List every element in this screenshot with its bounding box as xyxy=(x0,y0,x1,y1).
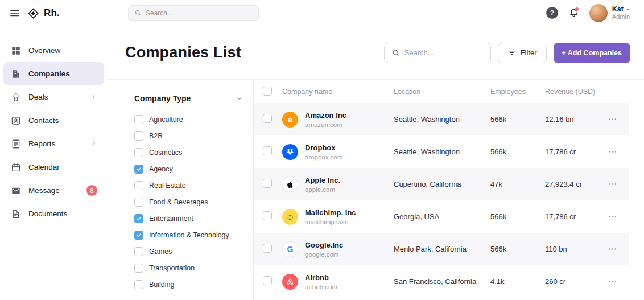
contacts-icon xyxy=(11,116,21,126)
page-title: Companies List xyxy=(125,44,241,61)
column-header-company-name: Company name xyxy=(279,88,390,96)
company-employees: 566k xyxy=(487,115,542,124)
sidebar-item-documents[interactable]: Documents xyxy=(3,202,104,225)
sidebar-item-message[interactable]: Message8 xyxy=(3,179,104,202)
sidebar-item-calendar[interactable]: Calendar xyxy=(3,155,104,179)
user-menu[interactable]: Kat Admin xyxy=(589,4,630,22)
company-location: Seattle, Washington xyxy=(390,147,487,156)
column-header-employees: Employees xyxy=(487,88,542,96)
topbar-search-input[interactable] xyxy=(146,9,253,17)
table-row[interactable]: Apple Inc.apple.comCupertino, California… xyxy=(254,168,629,200)
companies-search[interactable] xyxy=(384,43,491,63)
table-body: aAmazon Incamazon.comSeattle, Washington… xyxy=(254,103,629,298)
table-row[interactable]: Airbnbairbnb.comSan Francisco, Californi… xyxy=(254,265,629,298)
filter-option-label: Agency xyxy=(149,165,173,173)
filter-button[interactable]: Filter xyxy=(498,43,547,63)
filter-option-label: Games xyxy=(149,248,172,256)
filter-option-transportation[interactable]: Transportation xyxy=(134,264,243,273)
table-row[interactable]: Dropboxdropbox.comSeattle, Washington566… xyxy=(254,135,629,168)
main-content: Companies List Filter + Add Companies Co… xyxy=(108,26,644,300)
company-domain: amazon.com xyxy=(305,121,346,128)
filter-option-food-beverages[interactable]: Food & Beverages xyxy=(134,198,243,207)
companies-table: Company nameLocationEmployeesRevenue (US… xyxy=(254,80,629,300)
row-actions-button[interactable] xyxy=(605,277,628,286)
sidebar-item-overview[interactable]: Overview xyxy=(3,39,104,62)
documents-icon xyxy=(11,209,21,219)
companies-icon xyxy=(11,69,21,79)
dropbox-icon xyxy=(282,144,298,160)
row-checkbox[interactable] xyxy=(263,179,272,188)
checkbox[interactable] xyxy=(134,264,143,273)
table-row[interactable]: ☺Mailchimp. Incmailchimp.comGeorgia, USA… xyxy=(254,200,629,233)
row-checkbox[interactable] xyxy=(263,276,272,285)
sidebar-item-label: Deals xyxy=(28,93,82,101)
sidebar-item-label: Message xyxy=(28,186,79,195)
checkbox[interactable] xyxy=(134,181,143,190)
sidebar-item-label: Companies xyxy=(28,69,97,78)
company-name: Amazon Inc xyxy=(305,111,346,120)
checkbox[interactable] xyxy=(134,247,143,256)
checkbox[interactable] xyxy=(134,198,143,207)
filter-icon xyxy=(507,48,516,57)
companies-search-input[interactable] xyxy=(404,48,484,57)
company-revenue: 260 cr xyxy=(542,277,605,286)
table-row[interactable]: aAmazon Incamazon.comSeattle, Washington… xyxy=(254,103,629,135)
filter-option-entertainment[interactable]: Entertainment xyxy=(134,214,243,223)
app-logo: Rh. xyxy=(27,7,60,19)
filter-option-games[interactable]: Games xyxy=(134,247,243,256)
filter-option-agriculture[interactable]: Agriculture xyxy=(134,115,243,124)
row-checkbox[interactable] xyxy=(263,114,272,123)
filter-option-building[interactable]: Building xyxy=(134,280,243,289)
row-checkbox[interactable] xyxy=(263,146,272,155)
bell-icon[interactable] xyxy=(568,7,579,18)
search-icon xyxy=(391,48,400,57)
amazon-icon: a xyxy=(282,112,298,128)
row-checkbox[interactable] xyxy=(263,211,272,220)
select-all-checkbox[interactable] xyxy=(263,87,272,96)
checkbox[interactable] xyxy=(134,165,143,174)
checkbox[interactable] xyxy=(134,131,143,141)
company-location: Cupertino, California xyxy=(390,180,487,188)
chevron-down-icon xyxy=(236,95,243,102)
chevron-down-icon xyxy=(625,7,630,12)
filter-group-company-type[interactable]: Company Type xyxy=(134,94,243,103)
checkbox[interactable] xyxy=(134,280,143,289)
checkbox[interactable] xyxy=(134,214,143,223)
sidebar-item-label: Overview xyxy=(28,46,97,55)
content-header: Companies List Filter + Add Companies xyxy=(108,26,644,80)
filter-option-agency[interactable]: Agency xyxy=(134,165,243,174)
airbnb-icon xyxy=(282,274,298,290)
filter-option-real-estate[interactable]: Real Estate xyxy=(134,181,243,190)
filter-option-cosmetics[interactable]: Cosmetics xyxy=(134,148,243,157)
row-actions-button[interactable] xyxy=(605,212,628,221)
row-actions-button[interactable] xyxy=(605,244,628,254)
sidebar-item-companies[interactable]: Companies xyxy=(3,62,104,85)
help-icon[interactable]: ? xyxy=(546,7,558,19)
topbar-search[interactable] xyxy=(128,5,259,21)
header-actions: Filter + Add Companies xyxy=(384,43,630,63)
add-companies-button[interactable]: + Add Companies xyxy=(554,43,630,63)
search-icon xyxy=(134,9,142,17)
avatar xyxy=(589,4,608,22)
company-domain: apple.com xyxy=(305,186,340,193)
sidebar-item-deals[interactable]: Deals xyxy=(3,85,104,109)
row-actions-button[interactable] xyxy=(605,179,628,189)
company-domain: mailchimp.com xyxy=(305,219,356,225)
checkbox[interactable] xyxy=(134,231,143,240)
company-employees: 47k xyxy=(487,180,542,188)
company-name: Apple Inc. xyxy=(305,176,340,184)
row-actions-button[interactable] xyxy=(605,114,628,124)
sidebar-item-reports[interactable]: Reports xyxy=(3,132,104,155)
row-actions-button[interactable] xyxy=(605,147,628,157)
company-domain: dropbox.com xyxy=(305,154,342,161)
filter-option-b2b[interactable]: B2B xyxy=(134,131,243,141)
table-row[interactable]: GGoogle.Incgoogle.comMenlo Park, Califor… xyxy=(254,233,629,265)
company-revenue: 27,923.4 cr xyxy=(542,180,605,188)
checkbox[interactable] xyxy=(134,148,143,157)
sidebar-item-contacts[interactable]: Contacts xyxy=(3,109,104,132)
filter-option-information-technology[interactable]: Information & Technology xyxy=(134,231,243,240)
checkbox[interactable] xyxy=(134,115,143,124)
menu-icon[interactable] xyxy=(9,7,20,19)
filter-option-label: Transportation xyxy=(149,264,195,272)
row-checkbox[interactable] xyxy=(263,244,272,253)
